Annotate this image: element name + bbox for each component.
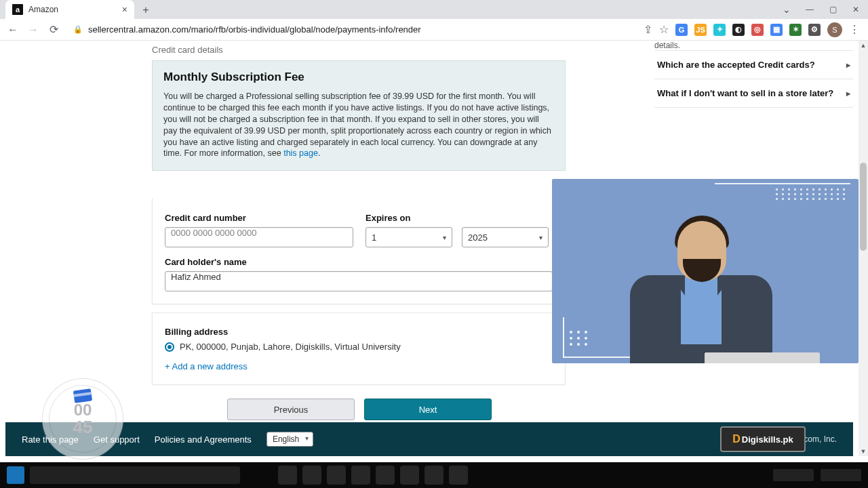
holder-name-label: Card holder's name <box>165 257 553 267</box>
nav-back-button[interactable]: ← <box>5 22 20 37</box>
infobox-body: You will be charged a Professional selli… <box>163 91 554 159</box>
window-maximize-button[interactable]: ▢ <box>823 3 842 16</box>
extension-translate-icon[interactable]: G <box>675 24 688 36</box>
browser-toolbar: ← → ⟳ 🔒 sellercentral.amazon.com/mario/r… <box>0 19 868 41</box>
profile-avatar[interactable]: S <box>827 22 842 37</box>
expiry-year-value: 2025 <box>468 232 488 243</box>
billing-address-panel: Billing address PK, 000000, Punjab, Laho… <box>152 312 566 385</box>
subscription-fee-infobox: Monthly Subscription Fee You will be cha… <box>152 60 566 171</box>
lock-icon: 🔒 <box>73 25 83 34</box>
scrollbar-thumb[interactable] <box>860 163 867 251</box>
infobox-title: Monthly Subscription Fee <box>163 70 554 84</box>
infobox-link[interactable]: this page <box>283 148 318 158</box>
video-deco-dots-bl <box>570 331 589 346</box>
billing-label: Billing address <box>165 327 228 337</box>
faq-item-dont-want-sell[interactable]: What if I don't want to sell in a store … <box>654 79 853 108</box>
faq-q2-label: What if I don't want to sell in a store … <box>657 88 833 98</box>
holder-name-input[interactable]: Hafiz Ahmed <box>165 271 553 291</box>
browser-menu-icon[interactable]: ⋮ <box>849 23 860 36</box>
window-minimize-button[interactable]: — <box>800 3 819 16</box>
faq-hint-fragment: details. <box>654 41 853 50</box>
extension-js-icon[interactable]: JS <box>694 24 707 36</box>
windows-taskbar[interactable] <box>0 462 868 488</box>
share-icon[interactable]: ⇪ <box>644 23 652 36</box>
expires-label: Expires on <box>366 213 553 223</box>
nav-reload-button[interactable]: ⟳ <box>46 22 61 37</box>
timer-widget: 00 45 <box>42 378 123 460</box>
page-scrollbar[interactable]: ▲ ▼ <box>859 41 868 456</box>
extension-gear-icon[interactable]: ⚙ <box>808 24 821 36</box>
footer-policies-link[interactable]: Policies and Agreements <box>155 434 252 445</box>
taskbar-app-icon[interactable] <box>351 466 370 485</box>
window-close-button[interactable]: ✕ <box>846 3 865 16</box>
tab-close-icon[interactable]: × <box>122 4 127 15</box>
radio-selected-icon <box>165 342 174 352</box>
infobox-body-post: . <box>318 148 320 158</box>
browser-titlebar: a Amazon × + ⌄ — ▢ ✕ <box>0 0 868 19</box>
bookmark-star-icon[interactable]: ☆ <box>659 23 669 36</box>
faq-item-accepted-cards[interactable]: Which are the accepted Credit cards? <box>654 50 853 79</box>
billing-address-option[interactable]: PK, 000000, Punjab, Lahore, Digiskills, … <box>165 342 553 352</box>
faq-panel: details. Which are the accepted Credit c… <box>654 41 853 108</box>
tabs-chevron-icon[interactable]: ⌄ <box>777 3 796 16</box>
taskbar-app-icon[interactable] <box>376 466 395 485</box>
taskbar-search[interactable] <box>30 466 240 484</box>
extensions-row: ⇪ ☆ G JS ✦ ◐ ◎ ▦ ✶ ⚙ S ⋮ <box>644 22 863 37</box>
credit-card-icon <box>73 388 92 403</box>
browser-tab[interactable]: a Amazon × <box>5 0 134 19</box>
timer-bottom-num: 45 <box>73 418 93 436</box>
video-deco-dots-top <box>776 188 846 200</box>
timer-top-num: 00 <box>74 402 92 418</box>
taskbar-app-icon[interactable] <box>449 466 468 485</box>
extension-sparkle-icon[interactable]: ✦ <box>713 24 726 36</box>
tab-title: Amazon <box>28 5 58 14</box>
faq-q1-label: Which are the accepted Credit cards? <box>657 60 815 70</box>
expiry-year-select[interactable]: 2025 <box>462 227 549 247</box>
nav-forward-button[interactable]: → <box>26 22 41 37</box>
footer-language-select[interactable]: English <box>267 432 313 447</box>
wizard-nav: Previous Next <box>227 399 868 420</box>
cc-number-input[interactable]: 0000 0000 0000 0000 <box>165 227 353 247</box>
infobox-body-pre: You will be charged a Professional selli… <box>163 92 551 158</box>
taskbar-app-icon[interactable] <box>400 466 419 485</box>
taskbar-app-icon[interactable] <box>327 466 346 485</box>
extension-circle-icon[interactable]: ◐ <box>732 24 745 36</box>
start-button[interactable] <box>7 466 24 484</box>
add-new-address-link[interactable]: + Add a new address <box>165 361 248 371</box>
cc-number-label: Credit card number <box>165 213 353 223</box>
digiskills-badge: D Digiskills.pk <box>720 426 806 452</box>
badge-text: Digiskills.pk <box>742 434 793 445</box>
page-viewport: details. Which are the accepted Credit c… <box>0 41 868 488</box>
credit-card-form: Credit card number 0000 0000 0000 0000 E… <box>152 198 566 304</box>
url-text: sellercentral.amazon.com/mario/rfb/orbis… <box>88 24 421 35</box>
taskbar-tray[interactable] <box>773 469 814 481</box>
scrollbar-down-arrow[interactable]: ▼ <box>859 447 868 456</box>
video-deco-line <box>715 183 850 184</box>
badge-d-icon: D <box>732 433 741 445</box>
taskbar-clock[interactable] <box>821 469 861 481</box>
taskbar-app-icon[interactable] <box>302 466 321 485</box>
extension-grid-icon[interactable]: ▦ <box>770 24 783 36</box>
scrollbar-up-arrow[interactable]: ▲ <box>859 41 868 50</box>
extension-puzzle-icon[interactable]: ✶ <box>789 24 802 36</box>
taskbar-app-icon[interactable] <box>425 466 443 485</box>
expiry-month-value: 1 <box>372 232 376 243</box>
video-overlay[interactable] <box>552 179 859 363</box>
billing-address-text: PK, 000000, Punjab, Lahore, Digiskills, … <box>180 342 401 352</box>
tab-favicon: a <box>12 4 23 15</box>
taskbar-app-icon[interactable] <box>278 466 297 485</box>
extension-shield-icon[interactable]: ◎ <box>751 24 764 36</box>
presenter-figure <box>616 201 786 363</box>
previous-button[interactable]: Previous <box>227 399 355 420</box>
new-tab-button[interactable]: + <box>137 1 155 19</box>
expiry-month-select[interactable]: 1 <box>366 227 452 247</box>
address-bar[interactable]: 🔒 sellercentral.amazon.com/mario/rfb/orb… <box>66 21 638 39</box>
next-button[interactable]: Next <box>364 399 492 420</box>
